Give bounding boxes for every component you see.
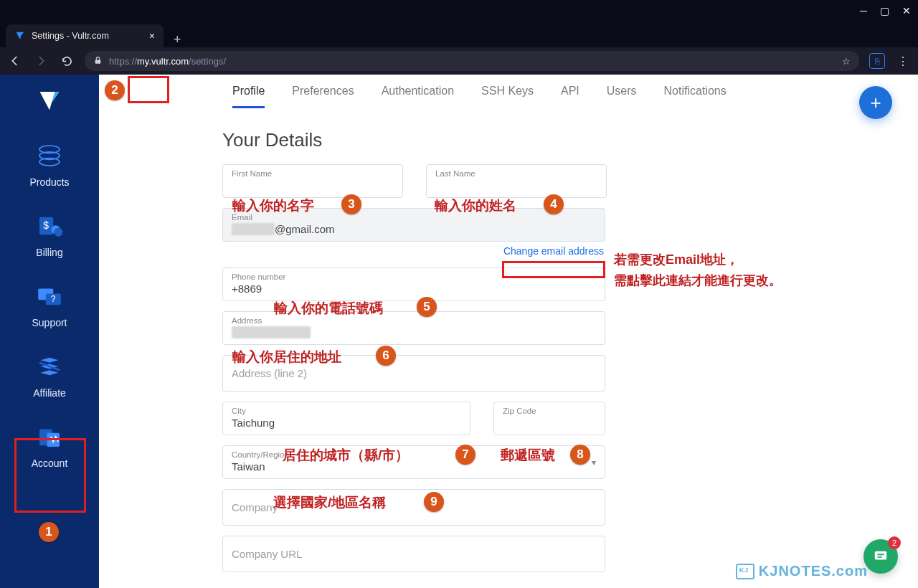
tab-profile[interactable]: Profile	[232, 85, 265, 108]
annotation-text-8: 郵遞區號	[501, 446, 555, 465]
vultr-logo-icon[interactable]	[37, 87, 62, 113]
profile-form: First Name Last Name Email XXXXXX@gmail.…	[99, 164, 615, 588]
annotation-badge-5: 5	[417, 297, 437, 317]
annotation-text-3: 輸入你的名字	[232, 196, 314, 215]
reload-button[interactable]	[59, 53, 75, 69]
svg-text:?: ?	[51, 294, 56, 304]
zip-field[interactable]: Zip Code	[493, 402, 605, 435]
window-close-icon[interactable]: ✕	[902, 5, 911, 16]
field-value	[232, 179, 394, 191]
extension-icon[interactable]: ⎘	[869, 53, 885, 69]
sidebar-label: Support	[32, 317, 67, 328]
browser-menu-icon[interactable]: ⋮	[895, 53, 911, 69]
field-label: Phone number	[232, 272, 596, 281]
field-placeholder: Company URL	[232, 548, 596, 560]
bookmark-icon[interactable]: ☆	[842, 56, 851, 67]
sidebar-label: Billing	[36, 247, 62, 258]
sidebar-item-products[interactable]: Products	[0, 128, 99, 198]
field-label: Zip Code	[503, 407, 596, 415]
watermark-icon	[736, 564, 754, 579]
account-icon	[34, 422, 65, 452]
annotation-text-4: 輸入你的姓名	[435, 196, 516, 215]
annotation-badge-7: 7	[455, 445, 475, 465]
annotation-text-6: 輸入你居住的地址	[232, 348, 341, 366]
field-value: XXXXXX@gmail.com	[232, 223, 596, 235]
field-value: XXXXXXXXXXXX	[232, 326, 596, 338]
tab-authentication[interactable]: Authentication	[382, 85, 454, 108]
annotation-badge-2: 2	[105, 80, 125, 100]
browser-toolbar: https://my.vultr.com/settings/ ☆ ⎘ ⋮	[0, 47, 918, 75]
lock-icon	[93, 56, 103, 66]
annotation-text-9: 選擇國家/地區名稱	[273, 493, 386, 512]
support-icon: ?	[34, 281, 65, 311]
annotation-badge-9: 9	[424, 492, 444, 512]
window-minimize-icon[interactable]: ─	[860, 5, 867, 16]
favicon-icon	[14, 30, 26, 42]
sidebar-item-affiliate[interactable]: Affiliate	[0, 338, 99, 409]
field-value	[435, 179, 597, 191]
annotation-text-5: 輸入你的電話號碼	[274, 299, 383, 318]
city-field[interactable]: City Taichung	[222, 402, 470, 435]
browser-tab[interactable]: Settings - Vultr.com ×	[6, 24, 164, 47]
field-value: +8869	[232, 283, 596, 295]
chat-icon	[873, 549, 889, 564]
phone-field[interactable]: Phone number +8869	[222, 267, 605, 301]
first-name-field[interactable]: First Name	[222, 164, 403, 198]
last-name-field[interactable]: Last Name	[426, 164, 607, 198]
window-titlebar: ─ ▢ ✕	[0, 0, 918, 22]
annotation-email-note: 若需更改Email地址， 需點擊此連結才能進行更改。	[614, 250, 782, 291]
change-email-link[interactable]: Change email address	[503, 245, 604, 257]
sidebar-item-billing[interactable]: $ Billing	[0, 198, 99, 268]
browser-tabstrip: Settings - Vultr.com × +	[0, 22, 918, 47]
svg-point-7	[54, 228, 62, 237]
tab-notifications[interactable]: Notifications	[664, 85, 727, 108]
content-area: Profile Preferences Authentication SSH K…	[99, 75, 918, 588]
field-label: City	[232, 407, 461, 415]
address-bar[interactable]: https://my.vultr.com/settings/ ☆	[85, 51, 859, 71]
tab-close-icon[interactable]: ×	[149, 30, 155, 42]
sidebar-label: Affiliate	[33, 387, 66, 399]
forward-button[interactable]	[33, 53, 49, 69]
affiliate-icon	[34, 351, 65, 381]
back-button[interactable]	[7, 53, 23, 69]
field-value: Taichung	[232, 417, 461, 429]
svg-rect-0	[95, 60, 101, 63]
annotation-badge-3: 3	[341, 194, 361, 214]
annotation-badge-4: 4	[544, 194, 564, 214]
sidebar-item-account[interactable]: Account	[0, 409, 99, 479]
browser-tab-title: Settings - Vultr.com	[32, 31, 109, 41]
billing-icon: $	[34, 211, 65, 241]
svg-text:$: $	[43, 219, 49, 231]
add-fab-button[interactable]: +	[859, 86, 892, 119]
annotation-badge-6: 6	[376, 346, 396, 366]
annotation-badge-8: 8	[570, 445, 590, 465]
tab-api[interactable]: API	[561, 85, 579, 108]
annotation-badge-1: 1	[39, 522, 59, 542]
settings-tabs: Profile Preferences Authentication SSH K…	[99, 75, 918, 109]
tab-users[interactable]: Users	[607, 85, 637, 108]
field-label: Last Name	[435, 169, 597, 178]
company-url-field[interactable]: Company URL	[222, 536, 605, 572]
field-placeholder: Address (line 2)	[232, 367, 596, 379]
window-maximize-icon[interactable]: ▢	[880, 5, 889, 16]
tab-ssh-keys[interactable]: SSH Keys	[481, 85, 534, 108]
watermark: KJNOTES.com	[736, 563, 868, 579]
annotation-text-7: 居住的城市（縣/市）	[283, 446, 409, 465]
svg-rect-13	[875, 551, 887, 560]
chat-button[interactable]: 2	[863, 539, 898, 574]
products-icon	[34, 141, 65, 171]
chevron-down-icon: ▾	[592, 457, 596, 468]
sidebar: Products $ Billing ? Support Affiliate A…	[0, 75, 99, 588]
tab-preferences[interactable]: Preferences	[292, 85, 354, 108]
field-value	[503, 417, 596, 429]
field-label: First Name	[232, 169, 394, 178]
section-title: Your Details	[99, 109, 918, 164]
url-text: https://my.vultr.com/settings/	[109, 56, 226, 67]
page: Products $ Billing ? Support Affiliate A…	[0, 75, 918, 588]
sidebar-label: Account	[32, 457, 68, 469]
chat-badge: 2	[888, 536, 901, 549]
sidebar-item-support[interactable]: ? Support	[0, 268, 99, 338]
sidebar-label: Products	[29, 176, 69, 188]
new-tab-button[interactable]: +	[164, 32, 191, 47]
